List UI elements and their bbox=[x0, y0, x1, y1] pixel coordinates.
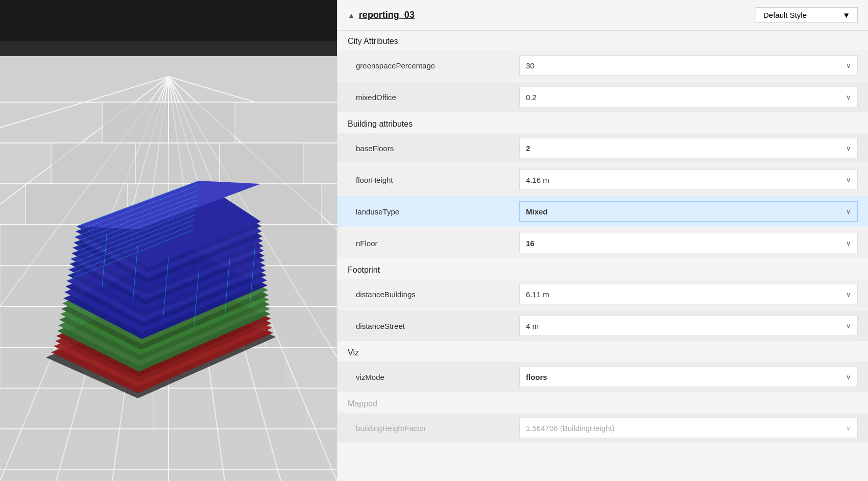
property-name: greenspacePercentage bbox=[356, 61, 519, 70]
properties-panel: ▲ reporting_03 Default Style ▼ City Attr… bbox=[337, 0, 868, 481]
property-value-container[interactable]: 1.564706 (BuildingHeight)∨ bbox=[519, 418, 858, 438]
svg-rect-27 bbox=[168, 102, 235, 143]
property-value: 16 bbox=[526, 239, 535, 248]
property-name: baseFloors bbox=[356, 144, 519, 153]
property-chevron-icon: ∨ bbox=[846, 373, 851, 381]
style-label: Default Style bbox=[763, 11, 807, 19]
property-value: 2 bbox=[526, 144, 530, 153]
property-row: buildingHeightFactor1.564706 (BuildingHe… bbox=[337, 413, 868, 443]
property-value-container[interactable]: 4 m∨ bbox=[519, 316, 858, 336]
section-header-building-attributes: Building attributes bbox=[337, 113, 868, 132]
property-value: 4.16 m bbox=[526, 176, 549, 184]
property-row: nFloor16∨ bbox=[337, 228, 868, 258]
section-header-city-attributes: City Attributes bbox=[337, 31, 868, 49]
property-chevron-icon: ∨ bbox=[846, 239, 851, 247]
panel-header: ▲ reporting_03 Default Style ▼ bbox=[337, 0, 868, 31]
property-name: landuseType bbox=[356, 207, 519, 216]
property-name: floorHeight bbox=[356, 176, 519, 184]
property-name: vizMode bbox=[356, 373, 519, 381]
property-value: 0.2 bbox=[526, 93, 537, 102]
property-value: floors bbox=[526, 373, 547, 381]
property-chevron-icon: ∨ bbox=[846, 93, 851, 101]
property-row: distanceStreet4 m∨ bbox=[337, 310, 868, 341]
property-value-container[interactable]: 16∨ bbox=[519, 233, 858, 253]
property-value-container[interactable]: 2∨ bbox=[519, 138, 858, 158]
style-chevron: ▼ bbox=[842, 11, 850, 19]
property-chevron-icon: ∨ bbox=[846, 176, 851, 184]
property-row: vizModefloors∨ bbox=[337, 362, 868, 392]
property-row: baseFloors2∨ bbox=[337, 133, 868, 163]
svg-rect-47 bbox=[0, 429, 168, 481]
property-name: buildingHeightFactor bbox=[356, 424, 519, 432]
property-row: mixedOffice0.2∨ bbox=[337, 82, 868, 112]
svg-rect-29 bbox=[135, 143, 220, 184]
section-header-footprint: Footprint bbox=[337, 259, 868, 278]
property-value-container[interactable]: Mixed∨ bbox=[519, 201, 858, 222]
property-chevron-icon: ∨ bbox=[846, 145, 851, 152]
property-name: distanceBuildings bbox=[356, 290, 519, 299]
property-chevron-icon: ∨ bbox=[846, 291, 851, 298]
property-value: 30 bbox=[526, 61, 535, 70]
svg-rect-1 bbox=[0, 41, 337, 56]
section-header-viz: Viz bbox=[337, 342, 868, 360]
property-value: 4 m bbox=[526, 322, 539, 330]
svg-rect-30 bbox=[220, 143, 304, 184]
property-row: floorHeight4.16 m∨ bbox=[337, 164, 868, 195]
svg-rect-26 bbox=[102, 102, 168, 143]
property-name: mixedOffice bbox=[356, 93, 519, 102]
svg-rect-46 bbox=[153, 388, 306, 429]
property-row: distanceBuildings6.11 m∨ bbox=[337, 279, 868, 309]
property-row: landuseTypeMixed∨ bbox=[337, 196, 868, 227]
property-row: greenspacePercentage30∨ bbox=[337, 50, 868, 81]
property-chevron-icon: ∨ bbox=[846, 424, 851, 432]
style-dropdown[interactable]: Default Style ▼ bbox=[756, 7, 858, 23]
svg-rect-48 bbox=[168, 429, 337, 481]
property-value: Mixed bbox=[526, 207, 548, 216]
property-value-container[interactable]: 30∨ bbox=[519, 55, 858, 76]
property-value: 6.11 m bbox=[526, 290, 549, 299]
property-chevron-icon: ∨ bbox=[846, 62, 851, 69]
property-value-container[interactable]: 4.16 m∨ bbox=[519, 170, 858, 190]
property-chevron-icon: ∨ bbox=[846, 322, 851, 330]
panel-title-row: ▲ reporting_03 bbox=[348, 10, 415, 20]
property-chevron-icon: ∨ bbox=[846, 208, 851, 215]
property-name: distanceStreet bbox=[356, 322, 519, 330]
panel-title: reporting_03 bbox=[359, 10, 415, 20]
svg-rect-28 bbox=[51, 143, 135, 184]
property-value-container[interactable]: 6.11 m∨ bbox=[519, 284, 858, 304]
property-value: 1.564706 (BuildingHeight) bbox=[526, 424, 614, 432]
property-value-container[interactable]: 0.2∨ bbox=[519, 87, 858, 107]
3d-viewport[interactable] bbox=[0, 0, 337, 481]
collapse-icon[interactable]: ▲ bbox=[348, 11, 355, 19]
property-value-container[interactable]: floors∨ bbox=[519, 367, 858, 387]
svg-rect-42 bbox=[266, 306, 337, 347]
section-header-mapped: Mapped bbox=[337, 393, 868, 412]
property-name: nFloor bbox=[356, 239, 519, 248]
panel-content[interactable]: City AttributesgreenspacePercentage30∨mi… bbox=[337, 31, 868, 481]
svg-rect-0 bbox=[0, 0, 337, 41]
